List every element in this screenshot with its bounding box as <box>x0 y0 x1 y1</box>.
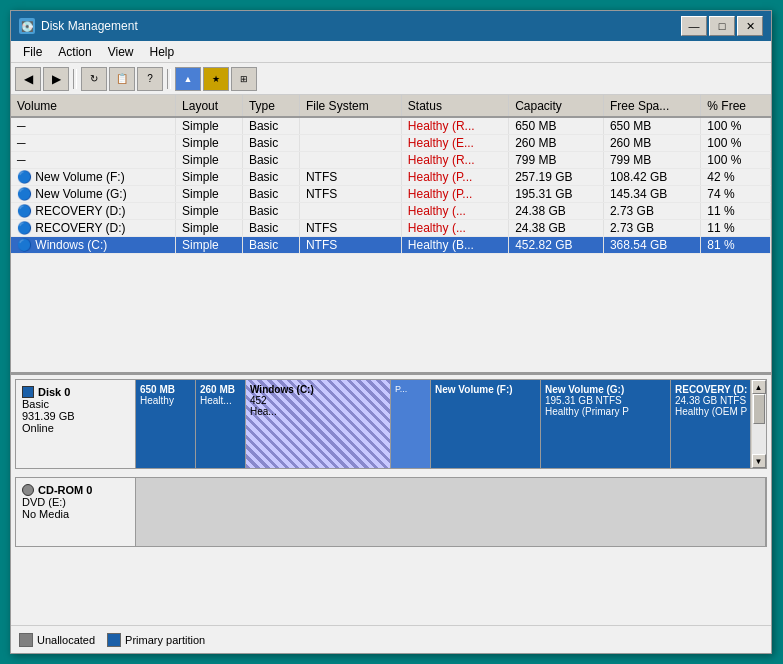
cell-capacity: 260 MB <box>509 135 604 152</box>
legend-unallocated-box <box>19 633 33 647</box>
partition-small1[interactable]: P... <box>391 380 431 468</box>
scroll-down-btn[interactable]: ▼ <box>752 454 766 468</box>
toolbar: ◀ ▶ ↻ 📋 ? ▲ ★ ⊞ <box>11 63 771 95</box>
action-button2[interactable]: ★ <box>203 67 229 91</box>
legend-unallocated-label: Unallocated <box>37 634 95 646</box>
menu-file[interactable]: File <box>15 42 50 62</box>
table-row[interactable]: ─SimpleBasicHealthy (R...799 MB799 MB100… <box>11 152 771 169</box>
cell-volume: 🔵 New Volume (G:) <box>11 186 176 203</box>
disk-0-name: Disk 0 <box>38 386 70 398</box>
back-button[interactable]: ◀ <box>15 67 41 91</box>
cdrom-icon <box>22 484 34 496</box>
menu-help[interactable]: Help <box>142 42 183 62</box>
scroll-up-btn[interactable]: ▲ <box>752 380 766 394</box>
disk-management-window: 💽 Disk Management — □ ✕ File Action View… <box>10 10 772 654</box>
cell-free: 2.73 GB <box>603 203 700 220</box>
table-row[interactable]: 🔵 RECOVERY (D:)SimpleBasicHealthy (...24… <box>11 203 771 220</box>
title-bar: 💽 Disk Management — □ ✕ <box>11 11 771 41</box>
legend-primary-box <box>107 633 121 647</box>
cell-pct: 74 % <box>701 186 771 203</box>
cell-fs <box>299 203 401 220</box>
maximize-button[interactable]: □ <box>709 16 735 36</box>
minimize-button[interactable]: — <box>681 16 707 36</box>
col-status[interactable]: Status <box>401 95 508 117</box>
cell-fs: NTFS <box>299 237 401 254</box>
cell-type: Basic <box>242 152 299 169</box>
cell-pct: 81 % <box>701 237 771 254</box>
cell-status: Healthy (P... <box>401 186 508 203</box>
content-area: Volume Layout Type File System Status Ca… <box>11 95 771 653</box>
partition-windows-c[interactable]: Windows (C:) 452 Hea... <box>246 380 391 468</box>
partition-260mb[interactable]: 260 MB Healt... <box>196 380 246 468</box>
cell-free: 108.42 GB <box>603 169 700 186</box>
cell-layout: Simple <box>176 169 243 186</box>
cell-fs: NTFS <box>299 220 401 237</box>
cell-status: Healthy (... <box>401 220 508 237</box>
menu-bar: File Action View Help <box>11 41 771 63</box>
cell-fs <box>299 135 401 152</box>
col-filesystem[interactable]: File System <box>299 95 401 117</box>
col-free[interactable]: Free Spa... <box>603 95 700 117</box>
action-button3[interactable]: ⊞ <box>231 67 257 91</box>
partition-recovery-d[interactable]: RECOVERY (D: 24.38 GB NTFS Healthy (OEM … <box>671 380 750 468</box>
disk-0-type: Basic <box>22 398 129 410</box>
toolbar-separator-1 <box>73 69 77 89</box>
col-layout[interactable]: Layout <box>176 95 243 117</box>
menu-view[interactable]: View <box>100 42 142 62</box>
table-row[interactable]: 🔵 RECOVERY (D:)SimpleBasicNTFSHealthy (.… <box>11 220 771 237</box>
toolbar-separator-2 <box>167 69 171 89</box>
table-row[interactable]: ─SimpleBasicHealthy (R...650 MB650 MB100… <box>11 117 771 135</box>
partition-new-g[interactable]: New Volume (G:) 195.31 GB NTFS Healthy (… <box>541 380 671 468</box>
col-pctfree[interactable]: % Free <box>701 95 771 117</box>
forward-button[interactable]: ▶ <box>43 67 69 91</box>
partition-650mb[interactable]: 650 MB Healthy <box>136 380 196 468</box>
table-row[interactable]: ─SimpleBasicHealthy (E...260 MB260 MB100… <box>11 135 771 152</box>
cell-free: 650 MB <box>603 117 700 135</box>
action-button1[interactable]: ▲ <box>175 67 201 91</box>
cell-free: 260 MB <box>603 135 700 152</box>
col-volume[interactable]: Volume <box>11 95 176 117</box>
app-icon: 💽 <box>19 18 35 34</box>
legend-unallocated: Unallocated <box>19 633 95 647</box>
scroll-thumb[interactable] <box>753 394 765 424</box>
cell-layout: Simple <box>176 117 243 135</box>
cell-free: 2.73 GB <box>603 220 700 237</box>
cell-layout: Simple <box>176 135 243 152</box>
menu-action[interactable]: Action <box>50 42 99 62</box>
disk-0-size: 931.39 GB <box>22 410 129 422</box>
legend-bar: Unallocated Primary partition <box>11 625 771 653</box>
cell-capacity: 650 MB <box>509 117 604 135</box>
disk-0-status: Online <box>22 422 129 434</box>
table-row[interactable]: 🔵 New Volume (G:)SimpleBasicNTFSHealthy … <box>11 186 771 203</box>
close-button[interactable]: ✕ <box>737 16 763 36</box>
cell-free: 145.34 GB <box>603 186 700 203</box>
col-type[interactable]: Type <box>242 95 299 117</box>
cell-fs <box>299 117 401 135</box>
cell-layout: Simple <box>176 186 243 203</box>
cdrom-0-partitions <box>136 478 766 546</box>
cell-status: Healthy (P... <box>401 169 508 186</box>
cell-pct: 42 % <box>701 169 771 186</box>
col-capacity[interactable]: Capacity <box>509 95 604 117</box>
partition-new-f[interactable]: New Volume (F:) <box>431 380 541 468</box>
cell-type: Basic <box>242 186 299 203</box>
window-title: Disk Management <box>41 19 681 33</box>
cell-volume: 🔵 RECOVERY (D:) <box>11 220 176 237</box>
cell-free: 368.54 GB <box>603 237 700 254</box>
volume-table: Volume Layout Type File System Status Ca… <box>11 95 771 254</box>
cell-type: Basic <box>242 237 299 254</box>
cell-type: Basic <box>242 220 299 237</box>
disk-0-scrollbar: ▲ ▼ <box>750 380 766 468</box>
cdrom-partition-empty <box>136 478 766 546</box>
table-row[interactable]: 🔵 Windows (C:)SimpleBasicNTFSHealthy (B.… <box>11 237 771 254</box>
cell-status: Healthy (R... <box>401 152 508 169</box>
volume-table-panel: Volume Layout Type File System Status Ca… <box>11 95 771 375</box>
cell-type: Basic <box>242 117 299 135</box>
cell-status: Healthy (... <box>401 203 508 220</box>
table-row[interactable]: 🔵 New Volume (F:)SimpleBasicNTFSHealthy … <box>11 169 771 186</box>
refresh-button[interactable]: ↻ <box>81 67 107 91</box>
cell-capacity: 24.38 GB <box>509 203 604 220</box>
legend-primary-label: Primary partition <box>125 634 205 646</box>
properties-button[interactable]: 📋 <box>109 67 135 91</box>
help-button[interactable]: ? <box>137 67 163 91</box>
